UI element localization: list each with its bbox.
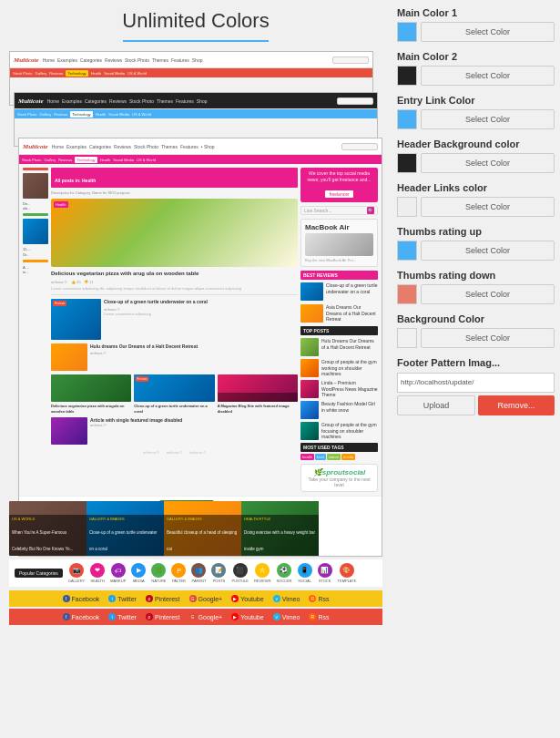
page-title: Unlimited Colors [9,9,382,33]
slide-title-3: Beautiful closeup of a head of sleeping … [167,530,237,551]
thumbs-rating-up-label: Thumbs rating up [397,226,555,237]
slide-label-4: HEALTH/STYLE [244,517,316,521]
cat-stock[interactable]: 📊 STOCK [318,563,332,583]
cat-social[interactable]: 📱 SOCIAL [298,563,312,583]
header-bg-color-button[interactable]: Select Color [421,153,555,173]
cat-reviews[interactable]: ⭐ REVIEWS [254,563,270,583]
upload-button[interactable]: Upload [397,395,475,415]
main-nav-items: Home Examples Categories Reviews Stock P… [52,144,338,149]
thumbs-rating-up-section: Thumbs rating up Select Color [397,226,555,261]
footer-red-rss[interactable]: R Rss [309,613,329,620]
tags-cloud: health food nature media [300,454,378,460]
cat-template[interactable]: 🎨 TEMPLATE [338,563,357,583]
footer-yellow-youtube[interactable]: ▶ Youtube [231,595,263,602]
footer-red-googleplus[interactable]: G Google+ [189,613,223,620]
footer-red-twitter[interactable]: t Twitter [108,613,137,620]
nav-search-2[interactable] [337,97,373,105]
header-bg-color-section: Header Background color Select Color [397,138,555,173]
cat-posts[interactable]: 📝 POSTS [211,563,226,583]
facebook-icon: f [63,595,70,602]
footer-pattern-input[interactable] [397,373,555,393]
footer-red-vimeo[interactable]: v Vimeo [273,613,300,620]
entry-link-color-swatch[interactable] [397,109,417,129]
entry-link-color-button[interactable]: Select Color [421,109,555,129]
main-color-1-button[interactable]: Select Color [421,22,555,42]
main-color-1-swatch[interactable] [397,22,417,42]
main-color-2-swatch[interactable] [397,66,417,86]
footer-yellow-googleplus[interactable]: G Google+ [189,595,223,602]
slide-item-2[interactable]: GALLERY & IMAGES Close-up of a green tur… [87,501,164,556]
sprout-social-ad: 🌿sproutsocial Take your company to the n… [300,464,378,492]
slide-title-4: Doing exercise with a heavy weight bar i… [244,530,315,551]
header-bg-color-label: Header Background color [397,138,555,149]
cat-markup[interactable]: 🏷 MARKUP [110,563,126,583]
macbook-ad: MacBook Air Buy the new MacBook Air Pro.… [300,219,378,267]
footer-red-youtube[interactable]: ▶ Youtube [231,613,263,620]
background-color-section: Background Color Select Color [397,313,555,348]
main-color-1-label: Main Color 1 [397,7,555,18]
slide-label-2: GALLERY & IMAGES [89,517,161,521]
google-icon-red: G [189,613,197,620]
header-links-color-swatch[interactable] [397,197,417,217]
header-links-color-button[interactable]: Select Color [421,197,555,217]
footer-yellow-pinterest[interactable]: p Pinterest [146,595,180,602]
main-post-meta: arthena © 👍 45 👎 11 [51,280,298,284]
entry-link-color-section: Entry Link Color Select Color [397,95,555,129]
cat-media[interactable]: ▶ MEDIA [131,563,146,583]
remove-button[interactable]: Remove... [478,395,555,415]
thumbs-rating-down-button[interactable]: Select Color [421,284,555,304]
rss-icon-yellow: R [309,595,316,602]
slide-item-1[interactable]: US & WORLD When You're A Super-Famous Ce… [9,501,87,556]
slide-title-2: Close-up of a green turtle underwater on… [89,530,158,551]
slide-item-3[interactable]: GALLERY & IMAGES Beautiful closeup of a … [164,501,241,556]
cat-health[interactable]: ❤ HEALTH [90,563,105,583]
cat-pustule[interactable]: ⬛ PUSTULE [231,563,248,583]
footer-yellow-rss[interactable]: R Rss [309,595,329,602]
main-color-2-label: Main Color 2 [397,51,555,62]
top-post-item-2: Group of people at the gym working on sh… [300,359,378,377]
header-bg-color-swatch[interactable] [397,153,417,173]
top-post-item-1: Hulu Dreams Our Dreams of a Halt Decent … [300,338,378,356]
thumbs-rating-down-swatch[interactable] [397,284,417,304]
slide-label-3: GALLERY & IMAGES [167,517,239,521]
header-links-color-section: Header Links color Select Color [397,182,555,217]
thumbs-rating-up-swatch[interactable] [397,241,417,261]
footer-red: f Facebook t Twitter p Pinterest G Googl… [9,609,382,625]
nav-search-1[interactable] [332,56,369,64]
facebook-icon-red: f [63,613,70,620]
title-underline [123,40,269,42]
cat-gallery[interactable]: 📷 GALLERY [68,563,85,583]
footer-red-pinterest[interactable]: p Pinterest [146,613,180,620]
main-color-1-section: Main Color 1 Select Color [397,7,555,42]
youtube-icon: ▶ [231,595,239,602]
thumbs-rating-down-section: Thumbs rating down Select Color [397,270,555,304]
slide-item-4[interactable]: HEALTH/STYLE Doing exercise with a heavy… [241,501,319,556]
pinterest-icon: p [146,595,153,602]
best-review-item: Close-up of a green turtle underwater on… [300,282,378,301]
footer-yellow-twitter[interactable]: t Twitter [108,595,137,602]
cat-parent[interactable]: 👥 PARENT [191,563,206,583]
main-nav-bar-pink: Stock Photo Gallery Reviews Technology H… [19,155,382,164]
background-color-button[interactable]: Select Color [421,328,555,348]
main-color-2-button[interactable]: Select Color [421,66,555,86]
background-color-label: Background Color [397,313,555,324]
main-nav-search[interactable] [341,143,378,150]
cat-soccer[interactable]: ⚽ SOCCER [276,563,291,583]
nav-logo-2: Multicote [18,97,44,105]
cat-palter[interactable]: P PALTER [171,563,186,583]
background-color-swatch[interactable] [397,328,417,348]
nav-bar-blue: Stock Photo Gallery Reviews Technology H… [15,109,377,118]
theme-preview-stack: Multicote Home Examples Categories Revie… [9,51,382,497]
nav-items-2: Home Examples Categories Reviews Stock P… [47,98,333,104]
popular-categories-button[interactable]: Popular Categories [15,569,63,578]
footer-yellow-vimeo[interactable]: v Vimeo [273,595,300,602]
footer-yellow-facebook[interactable]: f Facebook [63,595,100,602]
slide-label-1: US & WORLD [12,517,84,521]
main-nav-logo: Multicote [23,143,48,150]
footer-red-facebook[interactable]: f Facebook [63,613,100,620]
footer-yellow: f Facebook t Twitter p Pinterest G Googl… [9,590,382,607]
thumbs-rating-up-button[interactable]: Select Color [421,241,555,261]
right-panel: Main Color 1 Select Color Main Color 2 S… [392,0,560,738]
macbook-image [305,233,373,256]
cat-nature[interactable]: 🌿 NATURE [151,563,166,583]
